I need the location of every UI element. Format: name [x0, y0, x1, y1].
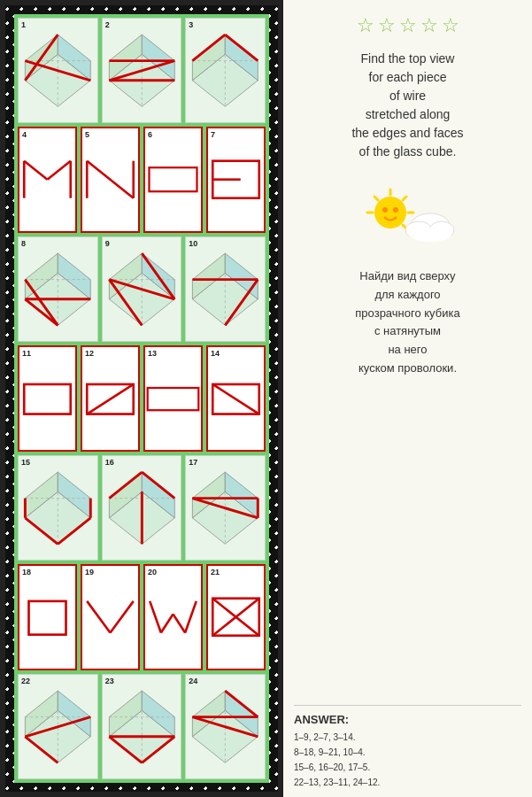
svg-line-92 — [185, 601, 197, 633]
svg-point-126 — [382, 207, 388, 213]
puzzle-row-4: 11 12 13 — [18, 345, 266, 451]
svg-line-27 — [87, 161, 134, 198]
cube-3: 3 — [185, 18, 266, 123]
svg-point-127 — [393, 207, 398, 213]
sun-cloud-illustration — [355, 177, 461, 248]
svg-line-89 — [150, 601, 161, 633]
flat-21: 21 — [206, 564, 266, 669]
flat-5: 5 — [81, 127, 140, 232]
answer-lines: 1–9, 2–7, 3–14. 8–18, 9–21, 10–4. 15–6, … — [294, 730, 521, 790]
star-2: ☆ — [378, 14, 396, 37]
svg-rect-29 — [150, 168, 197, 192]
puzzle-row-6: 18 19 20 — [18, 564, 266, 669]
cube-1: 1 — [18, 18, 98, 123]
cube-24: 24 — [185, 674, 266, 779]
stars-row: ☆ ☆ ☆ ☆ ☆ — [357, 14, 459, 37]
star-1: ☆ — [357, 14, 374, 37]
svg-line-23 — [24, 161, 47, 180]
svg-line-124 — [374, 197, 378, 200]
info-panel: ☆ ☆ ☆ ☆ ☆ Find the top viewfor each piec… — [283, 0, 532, 797]
cube-16: 16 — [102, 455, 182, 561]
puzzle-inner: 1 2 — [12, 12, 271, 785]
svg-line-88 — [111, 601, 134, 633]
instructions-ru: Найди вид сверхудля каждогопрозрачного к… — [355, 267, 459, 378]
puzzle-row-1: 1 2 — [18, 18, 266, 123]
puzzle-row-7: 22 23 — [18, 674, 266, 779]
star-4: ☆ — [420, 14, 438, 37]
flat-20: 20 — [143, 564, 203, 669]
svg-line-90 — [161, 615, 173, 633]
flat-7: 7 — [206, 127, 266, 232]
answer-line-1: 1–9, 2–7, 3–14. — [294, 730, 521, 745]
answer-section: ANSWER: 1–9, 2–7, 3–14. 8–18, 9–21, 10–4… — [294, 705, 521, 790]
star-3: ☆ — [399, 14, 417, 37]
cube-9: 9 — [102, 236, 182, 342]
puzzle-row-5: 15 16 — [18, 455, 266, 561]
svg-line-57 — [87, 384, 134, 414]
cube-8: 8 — [18, 236, 98, 342]
svg-line-121 — [403, 197, 406, 200]
svg-rect-86 — [29, 601, 66, 635]
cube-17: 17 — [185, 455, 266, 561]
svg-rect-58 — [148, 388, 199, 410]
flat-6: 6 — [143, 127, 203, 232]
star-5: ☆ — [442, 14, 459, 37]
flat-11: 11 — [18, 345, 77, 451]
answer-line-2: 8–18, 9–21, 10–4. — [294, 745, 521, 760]
answer-line-4: 22–13, 23–11, 24–12. — [294, 775, 521, 790]
flat-13: 13 — [143, 345, 203, 451]
cube-2: 2 — [102, 18, 182, 123]
svg-rect-55 — [24, 384, 71, 414]
cube-10: 10 — [185, 236, 266, 342]
flat-4: 4 — [18, 127, 77, 232]
svg-line-87 — [87, 601, 110, 633]
svg-line-91 — [173, 615, 186, 633]
puzzle-row-3: 8 9 — [18, 236, 266, 342]
flat-12: 12 — [81, 345, 140, 451]
instructions-en: Find the top viewfor each pieceof wirest… — [351, 50, 463, 161]
answer-line-3: 15–6, 16–20, 17–5. — [294, 760, 521, 775]
cube-15: 15 — [18, 455, 98, 561]
answer-title: ANSWER: — [294, 713, 521, 726]
svg-point-119 — [374, 197, 406, 228]
svg-line-24 — [48, 161, 71, 180]
puzzle-panel: 1 2 — [0, 0, 283, 797]
puzzle-row-2: 4 5 — [18, 127, 266, 232]
cube-22: 22 — [18, 674, 98, 779]
cube-23: 23 — [102, 674, 182, 779]
flat-18: 18 — [18, 564, 77, 669]
svg-line-60 — [212, 384, 259, 414]
flat-14: 14 — [206, 345, 266, 451]
svg-point-131 — [409, 228, 451, 242]
flat-19: 19 — [81, 564, 140, 669]
